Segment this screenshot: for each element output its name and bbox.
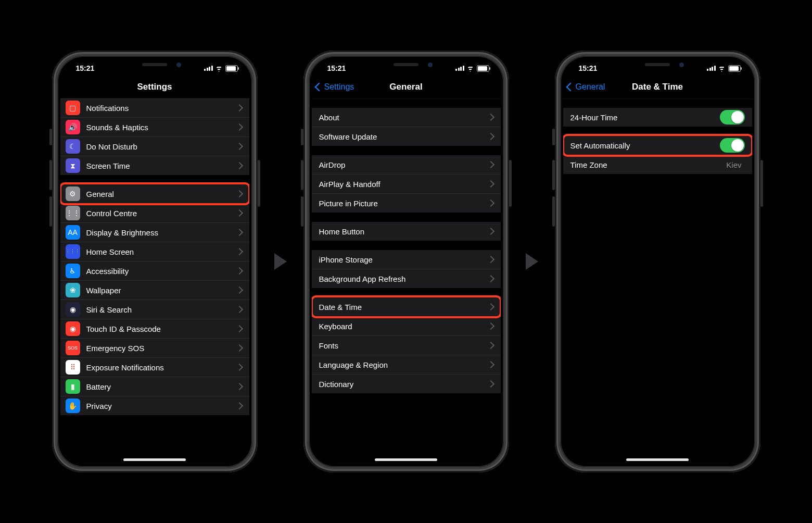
settings-group: AirDrop AirPlay & Handoff Picture in Pic…	[312, 155, 501, 213]
settings-group: Set Automatically Time Zone Kiev	[563, 136, 752, 174]
row-label: Software Update	[319, 132, 488, 141]
hourglass-icon: ⧗	[66, 158, 80, 173]
nav-back-button[interactable]: Settings	[316, 82, 354, 92]
row-label: Do Not Disturb	[86, 142, 237, 151]
cellular-icon	[204, 66, 213, 71]
row-label: Fonts	[319, 341, 488, 350]
settings-row[interactable]: Dictionary	[312, 375, 501, 393]
row-label: AirPlay & Handoff	[319, 180, 488, 189]
settings-row[interactable]: Time Zone Kiev	[563, 155, 752, 174]
power-button	[760, 160, 763, 207]
settings-row[interactable]: ⠿ Exposure Notifications	[60, 358, 249, 377]
status-time: 15:21	[72, 64, 95, 72]
volume-up	[301, 160, 303, 190]
settings-group: Home Button	[312, 222, 501, 241]
settings-row[interactable]: Home Button	[312, 222, 501, 241]
row-label: Wallpaper	[86, 286, 237, 295]
row-label: Keyboard	[319, 322, 488, 331]
settings-row[interactable]: ✋ Privacy	[60, 396, 249, 415]
chevron-right-icon	[487, 180, 494, 188]
chevron-right-icon	[235, 344, 243, 352]
settings-row[interactable]: Fonts	[312, 336, 501, 355]
settings-row[interactable]: iPhone Storage	[312, 250, 501, 269]
settings-row[interactable]: ⚙ General	[60, 184, 249, 204]
settings-row[interactable]: Language & Region	[312, 355, 501, 375]
chevron-right-icon	[235, 248, 243, 255]
settings-row[interactable]: Software Update	[312, 127, 501, 146]
settings-row[interactable]: ⧗ Screen Time	[60, 156, 249, 175]
cellular-icon	[707, 66, 716, 71]
toggle-switch[interactable]	[720, 138, 745, 153]
chevron-right-icon	[487, 322, 494, 330]
switches-icon: ⋮⋮	[66, 206, 80, 220]
settings-row[interactable]: Keyboard	[312, 317, 501, 336]
settings-content[interactable]: ▢ Notifications 🔊 Sounds & Haptics ☾ Do …	[60, 98, 249, 464]
chevron-right-icon	[487, 275, 494, 282]
settings-row[interactable]: ▢ Notifications	[60, 98, 249, 118]
settings-content[interactable]: 24-Hour Time Set Automatically Time Zone…	[563, 98, 752, 464]
chevron-right-icon	[235, 364, 243, 371]
settings-row[interactable]: AA Display & Brightness	[60, 223, 249, 242]
nav-back-label: Settings	[324, 82, 354, 92]
settings-row[interactable]: Date & Time	[312, 297, 501, 317]
wifi-icon	[718, 65, 726, 72]
nav-bar: Settings General	[312, 76, 501, 99]
notch	[611, 59, 704, 73]
settings-content[interactable]: About Software Update AirDrop	[312, 98, 501, 464]
settings-row[interactable]: Background App Refresh	[312, 269, 501, 288]
settings-row[interactable]: ◉ Siri & Search	[60, 300, 249, 319]
row-label: Set Automatically	[570, 141, 720, 150]
volume-down	[301, 196, 303, 227]
row-label: General	[86, 190, 237, 198]
volume-up	[49, 160, 52, 190]
home-indicator[interactable]	[626, 458, 689, 461]
settings-row[interactable]: ⋮⋮ Control Centre	[60, 204, 249, 223]
settings-row[interactable]: Picture in Picture	[312, 194, 501, 213]
chevron-right-icon	[487, 114, 494, 121]
settings-row[interactable]: AirPlay & Handoff	[312, 175, 501, 194]
settings-row[interactable]: ▮ Battery	[60, 377, 249, 396]
settings-row[interactable]: AirDrop	[312, 155, 501, 175]
chevron-right-icon	[235, 123, 243, 131]
mute-switch	[49, 129, 52, 145]
row-label: Background App Refresh	[319, 275, 488, 283]
nav-back-button[interactable]: General	[567, 82, 605, 92]
settings-row[interactable]: ◉ Touch ID & Passcode	[60, 319, 249, 339]
settings-row[interactable]: ♿︎ Accessibility	[60, 262, 249, 281]
settings-row[interactable]: 24-Hour Time	[563, 108, 752, 127]
row-label: Date & Time	[319, 303, 488, 312]
nav-bar: Settings	[60, 76, 249, 99]
settings-row[interactable]: SOS Emergency SOS	[60, 339, 249, 358]
settings-row[interactable]: Set Automatically	[563, 136, 752, 155]
chevron-right-icon	[487, 342, 494, 349]
settings-row[interactable]: About	[312, 108, 501, 127]
row-label: Picture in Picture	[319, 199, 488, 208]
chevron-right-icon	[235, 383, 243, 390]
row-label: iPhone Storage	[319, 255, 488, 264]
chevron-left-icon	[314, 83, 323, 92]
row-label: Language & Region	[319, 360, 488, 369]
row-label: Dictionary	[319, 380, 488, 389]
notch	[359, 59, 453, 73]
row-label: Sounds & Haptics	[86, 123, 237, 132]
row-label: Home Button	[319, 227, 488, 236]
grid-icon: ⋮⋮⋮	[66, 244, 80, 259]
chevron-right-icon	[235, 267, 243, 275]
chevron-right-icon	[235, 190, 243, 197]
home-indicator[interactable]	[123, 458, 186, 461]
home-indicator[interactable]	[375, 458, 437, 461]
row-label: Control Centre	[86, 209, 237, 218]
settings-row[interactable]: ❀ Wallpaper	[60, 281, 249, 300]
settings-row[interactable]: ☾ Do Not Disturb	[60, 137, 249, 156]
row-label: Home Screen	[86, 247, 237, 256]
status-time: 15:21	[575, 64, 598, 72]
sos-icon: SOS	[66, 341, 80, 355]
chevron-right-icon	[235, 104, 243, 111]
nav-title: Settings	[137, 82, 172, 92]
row-label: Privacy	[86, 402, 237, 410]
settings-row[interactable]: ⋮⋮⋮ Home Screen	[60, 242, 249, 262]
toggle-switch[interactable]	[720, 110, 745, 124]
chevron-right-icon	[487, 380, 494, 388]
settings-row[interactable]: 🔊 Sounds & Haptics	[60, 118, 249, 137]
chevron-right-icon	[235, 209, 243, 217]
